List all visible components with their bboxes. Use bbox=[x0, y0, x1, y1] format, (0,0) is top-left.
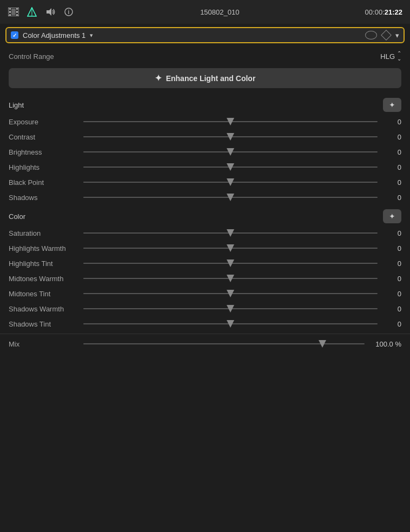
exposure-row: Exposure 0 bbox=[0, 114, 410, 129]
midtones-warmth-value: 0 bbox=[382, 275, 401, 283]
shadows-row: Shadows 0 bbox=[0, 190, 410, 205]
contrast-value: 0 bbox=[382, 133, 401, 141]
exposure-value: 0 bbox=[382, 118, 401, 126]
svg-rect-7 bbox=[11, 9, 16, 15]
color-magic-icon: ✦ bbox=[389, 212, 395, 221]
clip-name: 150802_010 bbox=[200, 8, 239, 16]
light-magic-button[interactable]: ✦ bbox=[383, 98, 401, 112]
shadows-tint-label: Shadows Tint bbox=[9, 320, 79, 328]
svg-rect-5 bbox=[16, 11, 18, 13]
control-range-row: Control Range HLG ⌃⌄ bbox=[0, 46, 410, 66]
top-bar: i 150802_010 00:00:21:22 bbox=[0, 0, 410, 24]
film-strip-icon[interactable] bbox=[8, 7, 19, 17]
contrast-slider[interactable] bbox=[83, 132, 378, 142]
shape-icon[interactable] bbox=[365, 31, 377, 39]
top-bar-left: i bbox=[8, 7, 75, 17]
highlights-tint-value: 0 bbox=[382, 260, 401, 268]
info-icon[interactable]: i bbox=[63, 7, 75, 17]
saturation-label: Saturation bbox=[9, 229, 79, 237]
color-section-label: Color bbox=[9, 212, 25, 221]
saturation-slider[interactable] bbox=[83, 228, 378, 238]
svg-rect-2 bbox=[9, 11, 11, 13]
mix-slider[interactable] bbox=[83, 339, 365, 349]
highlights-tint-row: Highlights Tint 0 bbox=[0, 256, 410, 271]
saturation-row: Saturation 0 bbox=[0, 225, 410, 241]
light-magic-icon: ✦ bbox=[389, 101, 395, 109]
midtones-tint-label: Midtones Tint bbox=[9, 290, 79, 298]
brightness-slider[interactable] bbox=[83, 147, 378, 157]
panel-selector-left: Color Adjustments 1 ▾ bbox=[11, 31, 93, 39]
diamond-icon[interactable] bbox=[381, 30, 392, 41]
timecode: 00:00:21:22 bbox=[365, 8, 402, 16]
speaker-icon[interactable] bbox=[44, 7, 56, 17]
highlights-label: Highlights bbox=[9, 163, 79, 171]
color-triangle-icon[interactable] bbox=[26, 7, 38, 17]
highlights-row: Highlights 0 bbox=[0, 159, 410, 175]
enhance-button[interactable]: ✦ Enhance Light and Color bbox=[9, 68, 401, 88]
hlg-stepper-icon[interactable]: ⌃⌄ bbox=[397, 51, 401, 62]
svg-rect-6 bbox=[16, 14, 18, 16]
mix-label: Mix bbox=[9, 340, 79, 348]
brightness-row: Brightness 0 bbox=[0, 144, 410, 159]
black-point-value: 0 bbox=[382, 178, 401, 187]
highlights-tint-label: Highlights Tint bbox=[9, 260, 79, 268]
svg-rect-4 bbox=[16, 8, 18, 10]
control-range-label: Control Range bbox=[9, 52, 54, 61]
black-point-row: Black Point 0 bbox=[0, 175, 410, 190]
panel-enable-checkbox[interactable] bbox=[11, 31, 18, 39]
brightness-label: Brightness bbox=[9, 148, 79, 156]
contrast-label: Contrast bbox=[9, 133, 79, 141]
shadows-value: 0 bbox=[382, 194, 401, 202]
shadows-warmth-row: Shadows Warmth 0 bbox=[0, 301, 410, 316]
shadows-tint-slider[interactable] bbox=[83, 319, 378, 329]
enhance-icon: ✦ bbox=[155, 73, 162, 83]
midtones-tint-slider[interactable] bbox=[83, 289, 378, 298]
midtones-warmth-label: Midtones Warmth bbox=[9, 275, 79, 283]
highlights-warmth-row: Highlights Warmth 0 bbox=[0, 241, 410, 256]
panel-dropdown-arrow[interactable]: ▾ bbox=[90, 32, 93, 39]
brightness-value: 0 bbox=[382, 148, 401, 156]
shadows-tint-value: 0 bbox=[382, 320, 401, 328]
highlights-tint-slider[interactable] bbox=[83, 258, 378, 268]
shadows-warmth-slider[interactable] bbox=[83, 304, 378, 314]
svg-marker-10 bbox=[47, 8, 51, 16]
shadows-warmth-label: Shadows Warmth bbox=[9, 305, 79, 313]
panel-selector: Color Adjustments 1 ▾ ▾ bbox=[5, 27, 405, 43]
mix-divider bbox=[0, 334, 410, 334]
highlights-warmth-label: Highlights Warmth bbox=[9, 244, 79, 252]
highlights-warmth-slider[interactable] bbox=[83, 243, 378, 253]
svg-text:i: i bbox=[68, 9, 70, 15]
exposure-label: Exposure bbox=[9, 118, 79, 126]
shadows-slider[interactable] bbox=[83, 192, 378, 202]
light-section-header: Light ✦ bbox=[0, 94, 410, 114]
black-point-slider[interactable] bbox=[83, 177, 378, 187]
midtones-tint-row: Midtones Tint 0 bbox=[0, 286, 410, 301]
panel-selector-right: ▾ bbox=[365, 31, 399, 39]
highlights-value: 0 bbox=[382, 163, 401, 171]
midtones-warmth-slider[interactable] bbox=[83, 274, 378, 283]
exposure-slider[interactable] bbox=[83, 117, 378, 127]
saturation-value: 0 bbox=[382, 229, 401, 237]
midtones-tint-value: 0 bbox=[382, 290, 401, 298]
midtones-warmth-row: Midtones Warmth 0 bbox=[0, 271, 410, 286]
color-section-header: Color ✦ bbox=[0, 205, 410, 225]
shadows-label: Shadows bbox=[9, 194, 79, 202]
light-section-label: Light bbox=[9, 101, 24, 109]
hlg-selector[interactable]: HLG ⌃⌄ bbox=[380, 51, 401, 62]
highlights-slider[interactable] bbox=[83, 162, 378, 172]
mix-row: Mix 100.0 % bbox=[0, 336, 410, 351]
svg-rect-3 bbox=[9, 14, 11, 16]
contrast-row: Contrast 0 bbox=[0, 129, 410, 144]
color-magic-button[interactable]: ✦ bbox=[383, 209, 401, 223]
shadows-tint-row: Shadows Tint 0 bbox=[0, 316, 410, 331]
highlights-warmth-value: 0 bbox=[382, 244, 401, 252]
shadows-warmth-value: 0 bbox=[382, 305, 401, 313]
panel-title: Color Adjustments 1 bbox=[23, 31, 85, 39]
black-point-label: Black Point bbox=[9, 178, 79, 187]
panel-chevron-down-icon[interactable]: ▾ bbox=[395, 31, 399, 39]
svg-rect-1 bbox=[9, 8, 11, 10]
mix-value: 100.0 % bbox=[369, 340, 401, 348]
